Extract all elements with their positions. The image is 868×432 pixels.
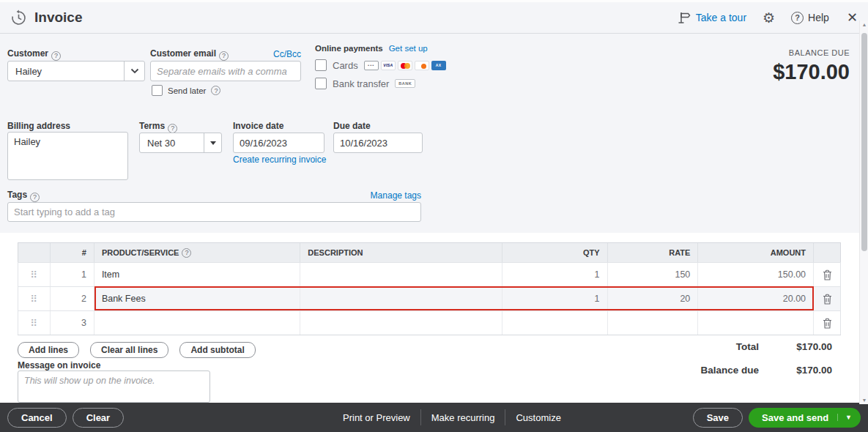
rate-cell[interactable] bbox=[608, 311, 699, 335]
save-and-send-button[interactable]: Save and send ▼ bbox=[749, 408, 861, 428]
delete-row-button[interactable] bbox=[814, 287, 840, 310]
rate-cell[interactable]: 20 bbox=[608, 287, 699, 310]
cards-checkbox[interactable] bbox=[315, 59, 327, 71]
description-cell[interactable] bbox=[300, 311, 502, 335]
footer-bar: Cancel Clear Print or Preview Make recur… bbox=[0, 403, 868, 432]
header-qty: QTY bbox=[502, 243, 608, 262]
customer-chevron-down-icon[interactable] bbox=[124, 62, 144, 81]
qty-cell[interactable] bbox=[502, 311, 608, 335]
manage-tags-link[interactable]: Manage tags bbox=[371, 190, 421, 201]
product-service-help-icon[interactable]: ? bbox=[182, 248, 191, 258]
amount-cell[interactable] bbox=[698, 311, 814, 335]
invoice-screen: Invoice Take a tour ⚙ ? Help ✕ Customer?… bbox=[0, 0, 868, 432]
customer-email-help-icon[interactable]: ? bbox=[219, 51, 229, 61]
save-button[interactable]: Save bbox=[693, 408, 743, 428]
cancel-button[interactable]: Cancel bbox=[7, 408, 67, 428]
get-set-up-link[interactable]: Get set up bbox=[389, 44, 428, 53]
table-row-1: ⠿ 1 Item 1 150 150.00 bbox=[18, 262, 841, 286]
vertical-scrollbar[interactable]: ▲ ▼ bbox=[859, 21, 868, 404]
customer-select[interactable]: Hailey bbox=[7, 61, 145, 81]
drag-dots-icon: ⠿ bbox=[30, 318, 38, 329]
customer-help-icon[interactable]: ? bbox=[51, 51, 61, 61]
amount-cell[interactable]: 20.00 bbox=[698, 287, 814, 310]
line-items-section: # PRODUCT/SERVICE? DESCRIPTION QTY RATE … bbox=[0, 233, 859, 403]
bank-transfer-row: Bank transfer BANK bbox=[315, 78, 446, 89]
add-subtotal-button[interactable]: Add subtotal bbox=[179, 342, 255, 358]
due-date-label: Due date bbox=[333, 121, 371, 131]
tags-label: Tags? bbox=[7, 190, 40, 202]
app-bar: Invoice Take a tour ⚙ ? Help ✕ bbox=[0, 2, 868, 34]
description-cell[interactable] bbox=[300, 287, 502, 310]
tags-help-icon[interactable]: ? bbox=[30, 193, 40, 202]
scroll-down-arrow[interactable]: ▼ bbox=[860, 398, 868, 403]
terms-caret-icon[interactable] bbox=[204, 133, 221, 152]
customer-email-label-row: Customer email? Cc/Bcc bbox=[150, 48, 301, 61]
header-drag-col bbox=[18, 243, 51, 262]
header-trash-col bbox=[814, 243, 840, 262]
make-recurring-button[interactable]: Make recurring bbox=[431, 412, 495, 423]
create-recurring-invoice-link[interactable]: Create recurring invoice bbox=[233, 154, 326, 165]
amount-cell[interactable]: 150.00 bbox=[698, 263, 814, 286]
qty-cell[interactable]: 1 bbox=[502, 263, 608, 286]
page-title: Invoice bbox=[34, 10, 82, 26]
cards-label: Cards bbox=[333, 60, 358, 71]
gear-icon[interactable]: ⚙ bbox=[763, 11, 775, 25]
scrollbar-thumb[interactable] bbox=[861, 33, 867, 251]
footer-divider bbox=[420, 409, 421, 425]
cc-bcc-link[interactable]: Cc/Bcc bbox=[273, 49, 301, 59]
drag-handle[interactable]: ⠿ bbox=[18, 311, 51, 335]
terms-help-icon[interactable]: ? bbox=[168, 124, 177, 133]
customize-button[interactable]: Customize bbox=[516, 412, 560, 423]
scroll-up-arrow[interactable]: ▲ bbox=[860, 22, 868, 27]
delete-row-button[interactable] bbox=[814, 263, 840, 286]
invoice-date-input[interactable] bbox=[233, 133, 324, 153]
visa-icon: VISA bbox=[381, 61, 396, 70]
qty-cell[interactable]: 1 bbox=[502, 287, 608, 310]
help-button[interactable]: ? Help bbox=[791, 12, 829, 24]
clear-button[interactable]: Clear bbox=[73, 408, 125, 428]
product-cell[interactable] bbox=[94, 311, 300, 335]
customer-label: Customer? bbox=[7, 48, 61, 61]
tags-label-text: Tags bbox=[7, 190, 27, 200]
close-icon[interactable]: ✕ bbox=[847, 10, 858, 26]
terms-select[interactable]: Net 30 bbox=[139, 133, 222, 153]
header-product: PRODUCT/SERVICE? bbox=[94, 243, 300, 262]
add-lines-button[interactable]: Add lines bbox=[18, 342, 79, 358]
row-number: 3 bbox=[51, 311, 94, 335]
print-or-preview-button[interactable]: Print or Preview bbox=[343, 412, 410, 423]
take-a-tour-button[interactable]: Take a tour bbox=[676, 12, 746, 24]
send-later-checkbox[interactable] bbox=[152, 85, 163, 96]
rate-cell[interactable]: 150 bbox=[608, 263, 699, 286]
tags-input[interactable] bbox=[7, 202, 421, 222]
due-date-input[interactable] bbox=[333, 133, 423, 153]
product-cell[interactable]: Item bbox=[94, 263, 300, 286]
send-later-label: Send later bbox=[168, 86, 206, 95]
send-later-help-icon[interactable]: ? bbox=[211, 86, 220, 95]
app-bar-left: Invoice bbox=[10, 10, 82, 26]
drag-handle[interactable]: ⠿ bbox=[18, 287, 51, 310]
bank-transfer-checkbox[interactable] bbox=[315, 78, 327, 89]
product-cell[interactable]: Bank Fees bbox=[94, 287, 300, 310]
total-value: $170.00 bbox=[759, 341, 832, 352]
header-product-text: PRODUCT/SERVICE bbox=[102, 248, 179, 257]
drag-handle[interactable]: ⠿ bbox=[18, 263, 51, 286]
billing-address-textarea[interactable]: Hailey bbox=[7, 132, 128, 180]
app-bar-right: Take a tour ⚙ ? Help ✕ bbox=[676, 10, 858, 26]
customer-label-text: Customer bbox=[7, 48, 48, 59]
delete-row-button[interactable] bbox=[814, 311, 840, 335]
save-and-send-caret-icon: ▼ bbox=[837, 414, 852, 421]
message-on-invoice-textarea[interactable] bbox=[18, 370, 210, 403]
clear-all-lines-button[interactable]: Clear all lines bbox=[90, 342, 168, 358]
trash-icon bbox=[823, 294, 832, 305]
table-header-row: # PRODUCT/SERVICE? DESCRIPTION QTY RATE … bbox=[18, 242, 841, 262]
mastercard-icon bbox=[398, 61, 412, 70]
help-question-icon: ? bbox=[791, 12, 804, 24]
row-number: 2 bbox=[51, 287, 94, 310]
generic-card-icon: ••• bbox=[364, 61, 379, 70]
customer-email-input[interactable] bbox=[150, 61, 301, 81]
help-label: Help bbox=[808, 12, 829, 23]
total-row: Total $170.00 bbox=[700, 341, 832, 352]
description-cell[interactable] bbox=[300, 263, 502, 286]
table-row-3: ⠿ 3 bbox=[18, 310, 841, 335]
balance-due-row: Balance due $170.00 bbox=[700, 365, 832, 376]
